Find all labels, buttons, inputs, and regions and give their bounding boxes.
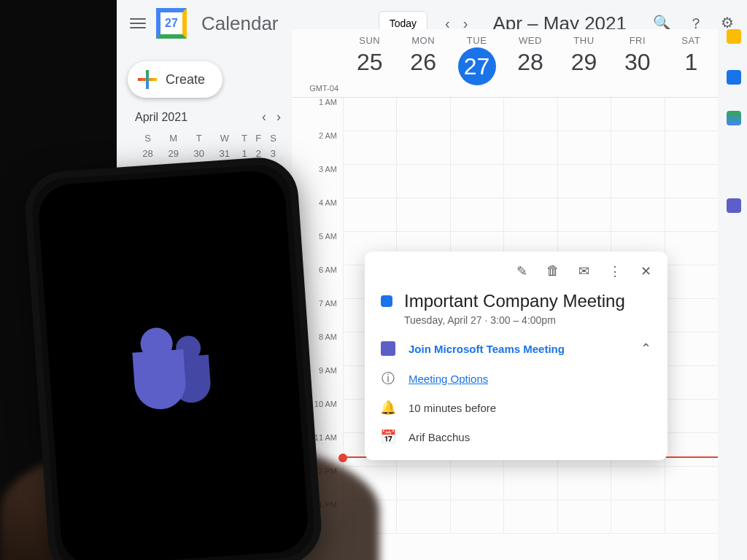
time-slot[interactable]	[503, 198, 557, 232]
calendar-owner-icon: 📅	[381, 429, 395, 444]
time-slot[interactable]	[665, 366, 718, 400]
app-name-label: Calendar	[201, 12, 279, 35]
mini-prev-icon[interactable]: ‹	[262, 109, 266, 125]
day-column-wed[interactable]: WED28	[503, 29, 557, 97]
mini-dow: T	[186, 131, 212, 146]
time-slot[interactable]	[665, 299, 718, 332]
time-slot[interactable]	[450, 98, 503, 131]
time-slot[interactable]	[557, 500, 611, 534]
create-button-label: Create	[166, 72, 205, 88]
organizer-label: Arif Bacchus	[409, 431, 470, 443]
expand-conferencing-icon[interactable]: ⌃	[640, 341, 651, 357]
time-slot[interactable]	[611, 131, 664, 165]
mini-dow: S	[266, 131, 281, 146]
mini-dow: W	[212, 131, 237, 146]
time-slot[interactable]	[557, 198, 611, 232]
meeting-options-link[interactable]: Meeting Options	[409, 373, 488, 385]
time-slot[interactable]	[665, 500, 718, 534]
mini-dow: F	[252, 131, 266, 146]
logo-day-number: 27	[160, 12, 182, 34]
time-slot[interactable]	[343, 198, 396, 232]
mini-day[interactable]: 28	[135, 146, 160, 161]
teams-addon-icon[interactable]	[727, 198, 741, 213]
day-column-tue-today[interactable]: TUE27	[450, 29, 503, 97]
day-column-thu[interactable]: THU29	[557, 29, 611, 97]
hour-label: 1 AM	[292, 98, 343, 131]
plus-icon	[138, 70, 157, 89]
mini-calendar[interactable]: April 2021 ‹ › S M T W T F S 28 29 30 31…	[135, 109, 281, 161]
time-slot[interactable]	[665, 433, 718, 467]
mini-dow: M	[160, 131, 186, 146]
time-slot[interactable]	[665, 98, 718, 131]
time-slot[interactable]	[450, 131, 503, 165]
day-column-sun[interactable]: SUN25	[343, 29, 396, 97]
day-column-fri[interactable]: FRI30	[611, 29, 664, 97]
time-slot[interactable]	[665, 131, 718, 165]
time-slot[interactable]	[396, 165, 449, 198]
join-teams-link[interactable]: Join Microsoft Teams Meeting	[409, 343, 565, 355]
reminder-label: 10 minutes before	[409, 402, 496, 414]
create-button[interactable]: Create	[128, 61, 222, 98]
event-color-swatch	[381, 295, 392, 307]
event-title: Important Company Meeting	[404, 291, 625, 311]
time-slot[interactable]	[396, 98, 449, 131]
mini-dow: S	[135, 131, 160, 146]
time-slot[interactable]	[557, 131, 611, 165]
time-slot[interactable]	[557, 467, 611, 500]
time-slot[interactable]	[557, 165, 611, 198]
time-slot[interactable]	[450, 165, 503, 198]
smartphone-device	[23, 155, 324, 560]
time-slot[interactable]	[450, 467, 503, 500]
email-guests-icon[interactable]: ✉	[578, 263, 589, 279]
timezone-label: GMT-04	[292, 84, 343, 97]
time-slot[interactable]	[665, 400, 718, 433]
event-popover: ✎ 🗑 ✉ ⋮ ✕ Important Company Meeting Tues…	[365, 252, 667, 460]
tasks-icon[interactable]	[727, 70, 741, 85]
mini-dow: T	[237, 131, 251, 146]
maps-icon[interactable]	[727, 111, 741, 125]
time-slot[interactable]	[665, 232, 718, 265]
delete-event-icon[interactable]: 🗑	[546, 263, 560, 279]
time-slot[interactable]	[396, 131, 449, 165]
time-slot[interactable]	[343, 131, 396, 165]
time-slot[interactable]	[503, 467, 557, 500]
edit-event-icon[interactable]: ✎	[516, 263, 527, 279]
mini-day[interactable]: 30	[186, 146, 212, 161]
time-slot[interactable]	[396, 500, 449, 534]
time-slot[interactable]	[665, 467, 718, 500]
close-popover-icon[interactable]: ✕	[640, 263, 651, 279]
time-slot[interactable]	[665, 165, 718, 198]
more-options-icon[interactable]: ⋮	[608, 263, 622, 279]
time-slot[interactable]	[343, 98, 396, 131]
time-slot[interactable]	[396, 198, 449, 232]
keep-icon[interactable]	[727, 29, 741, 44]
google-calendar-logo: 27	[156, 8, 187, 39]
info-icon: ⓘ	[381, 371, 395, 386]
time-slot[interactable]	[611, 165, 664, 198]
time-slot[interactable]	[665, 198, 718, 232]
mini-calendar-month: April 2021	[135, 111, 187, 124]
time-slot[interactable]	[503, 165, 557, 198]
time-slot[interactable]	[396, 467, 449, 500]
time-slot[interactable]	[665, 332, 718, 366]
hour-label: 3 AM	[292, 165, 343, 198]
time-slot[interactable]	[503, 98, 557, 131]
time-slot[interactable]	[557, 98, 611, 131]
time-slot[interactable]	[503, 500, 557, 534]
time-slot[interactable]	[611, 198, 664, 232]
right-side-panel	[725, 29, 743, 213]
main-menu-icon[interactable]	[130, 18, 146, 28]
time-slot[interactable]	[450, 198, 503, 232]
time-slot[interactable]	[611, 500, 664, 534]
day-column-mon[interactable]: MON26	[396, 29, 449, 97]
time-slot[interactable]	[611, 98, 664, 131]
time-slot[interactable]	[503, 131, 557, 165]
time-slot[interactable]	[343, 165, 396, 198]
mini-next-icon[interactable]: ›	[276, 109, 281, 125]
day-column-sat[interactable]: SAT1	[665, 29, 718, 97]
time-slot[interactable]	[450, 500, 503, 534]
bell-icon: 🔔	[381, 400, 395, 415]
time-slot[interactable]	[611, 467, 664, 500]
time-slot[interactable]	[665, 265, 718, 299]
mini-day[interactable]: 29	[160, 146, 186, 161]
